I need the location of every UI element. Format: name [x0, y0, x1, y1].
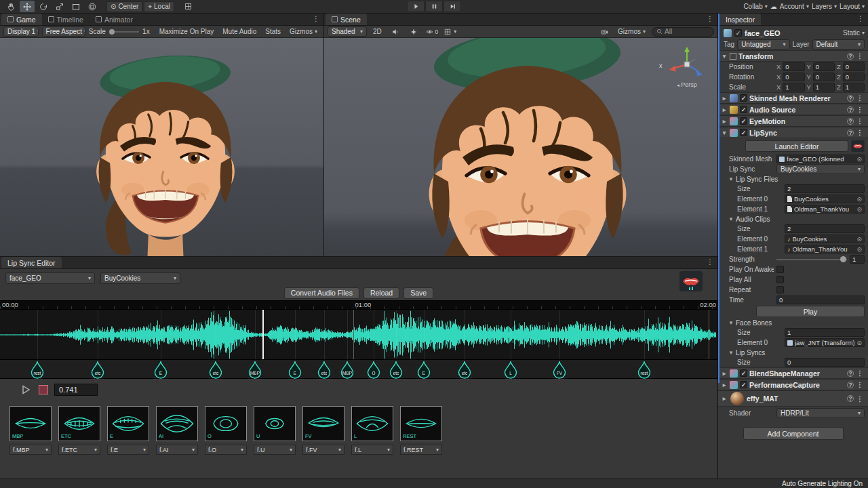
step-button[interactable] [443, 1, 461, 12]
phoneme-marker-L[interactable]: L [504, 361, 518, 380]
clip-dropdown[interactable]: BuyCookies▾ [100, 272, 180, 284]
help-icon[interactable]: ? [847, 129, 854, 136]
component-menu-icon[interactable]: ⋮ [854, 395, 865, 403]
scene-camera-button[interactable] [597, 26, 612, 37]
shader-dropdown[interactable]: HDRP/Lit▾ [776, 408, 865, 418]
phoneme-marker-rest[interactable]: rest [637, 361, 652, 380]
tab-scene[interactable]: Scene [326, 14, 367, 25]
collab-dropdown[interactable]: Collab▾ [743, 1, 767, 12]
tab-lip-sync-editor[interactable]: Lip Sync Editor [1, 257, 62, 268]
waveform-playhead[interactable] [262, 310, 264, 359]
play-all-checkbox[interactable] [776, 276, 784, 283]
aspect-dropdown[interactable]: Free Aspect▾ [42, 26, 85, 37]
convert-audio-files-button[interactable]: Convert Audio Files [284, 287, 359, 299]
phoneme-dropdown-MBP[interactable]: f.MBP▾ [9, 445, 52, 455]
gameobject-name[interactable]: face_GEO [745, 29, 840, 37]
scale-tool-button[interactable] [52, 1, 67, 12]
face-bones-foldout[interactable]: ▾Face Bones [718, 318, 868, 327]
audio-element-1-field[interactable]: ♪Oldman_ThankYou⊙ [785, 245, 865, 253]
audio-clips-foldout[interactable]: ▾Audio Clips [718, 214, 868, 224]
scale-z-field[interactable]: 1 [843, 83, 865, 92]
phoneme-thumbnail-L[interactable]: L [351, 406, 393, 441]
rotation-y-field[interactable]: 0 [813, 73, 835, 81]
object-picker-icon[interactable]: ⊙ [856, 156, 862, 163]
scene-gizmos-dropdown[interactable]: Gizmos▾ [615, 27, 648, 37]
phoneme-thumbnail-REST[interactable]: REST [400, 406, 442, 441]
phoneme-marker-etc[interactable]: etc [317, 361, 332, 380]
game-gizmos-dropdown[interactable]: Gizmos▾ [287, 27, 320, 37]
lip-sync-files-foldout[interactable]: ▾Lip Sync Files [718, 174, 868, 184]
layers-dropdown[interactable]: Layers▾ [812, 1, 837, 12]
component-menu-icon[interactable]: ⋮ [854, 117, 865, 125]
object-picker-icon[interactable]: ⊙ [856, 236, 862, 243]
lighting-status-label[interactable]: Auto Generate Lighting On [782, 480, 863, 487]
object-picker-icon[interactable]: ⊙ [856, 206, 862, 213]
stats-toggle[interactable]: Stats [262, 27, 283, 37]
help-icon[interactable]: ? [847, 118, 854, 125]
phoneme-marker-etc[interactable]: etc [457, 361, 471, 380]
component-menu-icon[interactable]: ⋮ [854, 94, 865, 102]
gameobject-active-checkbox[interactable]: ✓ [734, 29, 742, 37]
component-menu-icon[interactable]: ⋮ [854, 369, 865, 377]
object-picker-icon[interactable]: ⊙ [856, 196, 862, 203]
phoneme-dropdown-O[interactable]: f.O▾ [205, 445, 247, 455]
move-tool-button[interactable] [20, 1, 35, 12]
phoneme-marker-E[interactable]: E [288, 361, 302, 380]
component-menu-icon[interactable]: ⋮ [854, 381, 865, 388]
scene-visibility-toggle[interactable]: 0 [425, 26, 439, 37]
component-menu-icon[interactable]: ⋮ [854, 106, 865, 113]
phoneme-dropdown-REST[interactable]: f.REST▾ [400, 445, 442, 455]
help-icon[interactable]: ? [847, 382, 854, 388]
phoneme-thumbnail-MBP[interactable]: MBP [9, 406, 52, 441]
help-icon[interactable]: ? [847, 53, 854, 60]
phoneme-thumbnail-ETC[interactable]: ETC [58, 406, 100, 441]
reload-button[interactable]: Reload [363, 287, 399, 299]
foldout-closed-icon[interactable]: ▸ [721, 106, 728, 113]
foldout-closed-icon[interactable]: ▸ [721, 95, 728, 102]
lipsync-panel-menu-icon[interactable]: ⋮ [705, 258, 715, 266]
component-menu-icon[interactable]: ⋮ [854, 52, 865, 60]
syncs-size-field[interactable]: 0 [785, 358, 865, 367]
lipsync-play-button[interactable]: Play [756, 306, 865, 317]
component-performancecapture[interactable]: ▸✓ PerformanceCapture ?⋮ [718, 379, 868, 390]
phoneme-marker-etc[interactable]: etc [90, 361, 104, 380]
material-header[interactable]: ▸ effy_MAT ?⋮ [718, 390, 868, 407]
help-icon[interactable]: ? [847, 95, 854, 102]
position-x-field[interactable]: 0 [783, 62, 804, 71]
audio-element-0-field[interactable]: ♪BuyCookies⊙ [785, 235, 865, 243]
help-icon[interactable]: ? [847, 370, 854, 377]
component-skinned-mesh-renderer[interactable]: ▸✓ Skinned Mesh Renderer ?⋮ [718, 92, 868, 104]
scene-audio-toggle[interactable] [388, 26, 403, 37]
foldout-open-icon[interactable]: ▾ [721, 53, 728, 60]
file-element-1-field[interactable]: Oldman_ThankYou⊙ [785, 205, 865, 214]
bsm-enabled-checkbox[interactable]: ✓ [740, 369, 747, 377]
save-button[interactable]: Save [403, 287, 433, 299]
phoneme-thumbnail-U[interactable]: U [254, 406, 296, 441]
transform-tool-button[interactable] [85, 1, 100, 12]
position-y-field[interactable]: 0 [813, 62, 835, 71]
component-menu-icon[interactable]: ⋮ [854, 129, 865, 136]
lip-syncs-foldout[interactable]: ▾Lip Syncs [718, 348, 868, 357]
rotate-tool-button[interactable] [36, 1, 51, 12]
layer-dropdown[interactable]: Default▾ [812, 39, 865, 49]
phoneme-thumbnail-AI[interactable]: AI [156, 406, 198, 441]
marker-strip[interactable]: restetcEetcMBPEetcMBPOetcEetcLFVrest [0, 359, 717, 379]
inspector-menu-icon[interactable]: ⋮ [855, 15, 866, 22]
add-component-button[interactable]: Add Component [743, 427, 844, 440]
2d-toggle[interactable]: 2D [370, 27, 384, 37]
pause-button[interactable] [425, 1, 443, 12]
rotation-x-field[interactable]: 0 [783, 73, 804, 81]
playback-time-field[interactable]: 0.741 [54, 384, 98, 396]
scene-panel-menu-icon[interactable]: ⋮ [705, 15, 715, 22]
repeat-checkbox[interactable] [776, 286, 784, 293]
lip-sync-clip-dropdown[interactable]: BuyCookies▾ [776, 164, 865, 174]
scale-slider[interactable] [109, 28, 139, 36]
object-picker-icon[interactable]: ⊙ [856, 246, 862, 253]
phoneme-marker-FV[interactable]: FV [553, 361, 567, 380]
phoneme-thumbnail-E[interactable]: E [107, 406, 149, 441]
launch-editor-button[interactable]: Launch Editor [745, 140, 848, 152]
smr-enabled-checkbox[interactable]: ✓ [740, 94, 747, 102]
mesh-dropdown[interactable]: face_GEO▾ [5, 272, 95, 284]
hand-tool-button[interactable] [3, 1, 18, 12]
files-size-field[interactable]: 2 [785, 184, 865, 193]
